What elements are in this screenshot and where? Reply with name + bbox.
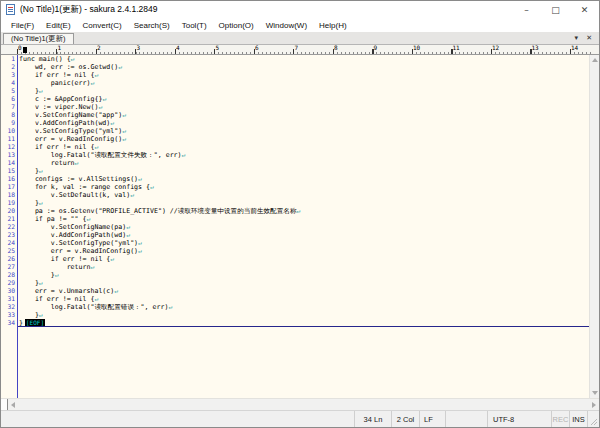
eol-mark-icon: ↵ [126,223,130,230]
eof-marker: [EOF] [25,319,45,326]
eol-mark-icon: ↵ [98,103,102,110]
code-line[interactable]: 21 if pa != "" {↵ [1,215,589,223]
status-encoding: UTF-8 [487,411,551,427]
code-text: err = v.ReadInConfig() [15,247,138,255]
code-line[interactable]: 11 err = v.ReadInConfig()↵ [1,135,589,143]
line-number: 10 [1,127,15,135]
menu-item[interactable]: File(F) [5,21,40,30]
eol-mark-icon: ↵ [39,199,43,206]
code-line[interactable]: 16 configs := v.AllSettings()↵ [1,175,589,183]
line-number: 26 [1,255,15,263]
code-text: } [15,271,55,279]
editor-area[interactable]: 1func main() {↵2 wd, err := os.Getwd()↵3… [1,55,599,398]
code-text: v.SetConfigName("app") [15,111,122,119]
line-number: 28 [1,271,15,279]
app-window: (No Title)1(更新) - sakura 2.4.1.2849 – □ … [0,0,600,428]
code-line[interactable]: 33 }↵ [1,311,589,319]
code-line[interactable]: 26 if err != nil {↵ [1,255,589,263]
window-title: (No Title)1(更新) - sakura 2.4.1.2849 [20,4,157,16]
eol-mark-icon: ↵ [122,127,126,134]
minimize-button[interactable]: – [512,1,541,18]
code-line[interactable]: 24 v.SetConfigType("yml")↵ [1,239,589,247]
vertical-scrollbar[interactable] [589,55,599,398]
code-line[interactable]: 10 v.SetConfigType("yml")↵ [1,127,589,135]
code-line[interactable]: 6 c := &AppConfig{}↵ [1,95,589,103]
code-line[interactable]: 30 err = v.Unmarshal(c)↵ [1,287,589,295]
code-line[interactable]: 17 for k, val := range configs {↵ [1,183,589,191]
code-line[interactable]: 12 if err != nil {↵ [1,143,589,151]
scroll-down-icon[interactable] [592,391,598,395]
menu-item[interactable]: Window(W) [260,21,313,30]
code-line[interactable]: 34}[EOF] [1,319,589,327]
eol-mark-icon: ↵ [94,71,98,78]
scroll-left-icon[interactable] [11,402,15,408]
line-number: 7 [1,103,15,111]
close-button[interactable]: ✕ [570,1,599,18]
tab-bar: (No Title)1(更新) ▾ ✕ [1,32,599,45]
resize-grip[interactable] [587,411,599,427]
menu-item[interactable]: Edit(E) [40,21,76,30]
code-line[interactable]: 15 }↵ [1,167,589,175]
code-line[interactable]: 3 if err != nil {↵ [1,71,589,79]
code-text: func main() { [15,55,71,63]
line-number: 34 [1,319,15,327]
eol-mark-icon: ↵ [118,63,122,70]
code-line[interactable]: 19 }↵ [1,199,589,207]
eol-mark-icon: ↵ [39,87,43,94]
title-bar: (No Title)1(更新) - sakura 2.4.1.2849 – □ … [1,1,599,18]
code-line[interactable]: 18 v.SetDefault(k, val)↵ [1,191,589,199]
ruler-number: 1 [58,45,62,51]
code-line[interactable]: 32 log.Fatal("读取配置错误：", err)↵ [1,303,589,311]
code-line[interactable]: 7 v := viper.New()↵ [1,103,589,111]
menu-item[interactable]: Option(O) [213,21,260,30]
line-number: 5 [1,87,15,95]
code-text: } [15,311,39,319]
tab-list-dropdown-icon[interactable]: ▾ [571,34,583,42]
ruler-number: 10 [413,45,420,51]
code-line[interactable]: 14 return↵ [1,159,589,167]
code-line[interactable]: 4 panic(err)↵ [1,79,589,87]
ruler-number: 7 [295,45,299,51]
line-number: 18 [1,191,15,199]
code-line[interactable]: 27 return↵ [1,263,589,271]
eol-mark-icon: ↵ [87,215,91,222]
code-line[interactable]: 20 pa := os.Getenv("PROFILE_ACTIVE") //读… [1,207,589,215]
code-line[interactable]: 28 }↵ [1,271,589,279]
ruler-number: 13 [532,45,539,51]
code-text: wd, err := os.Getwd() [15,63,118,71]
menu-item[interactable]: Help(H) [313,21,353,30]
code-line[interactable]: 1func main() {↵ [1,55,589,63]
line-number: 11 [1,135,15,143]
line-number: 3 [1,71,15,79]
code-line[interactable]: 8 v.SetConfigName("app")↵ [1,111,589,119]
tab-close-icon[interactable]: ✕ [582,34,596,42]
menu-item[interactable]: Search(S) [128,21,176,30]
code-line[interactable]: 23 v.AddConfigPath(wd)↵ [1,231,589,239]
line-number: 13 [1,151,15,159]
code-lines: 1func main() {↵2 wd, err := os.Getwd()↵3… [1,55,589,327]
code-text: v.SetConfigType("yml") [15,127,122,135]
eol-mark-icon: ↵ [110,119,114,126]
splitter-handle[interactable] [1,399,8,411]
code-line[interactable]: 13 log.Fatal("读取配置文件失败：", err)↵ [1,151,589,159]
code-text: } [15,87,39,95]
code-line[interactable]: 29 }↵ [1,279,589,287]
code-line[interactable]: 25 err = v.ReadInConfig()↵ [1,247,589,255]
code-line[interactable]: 31 if err != nil {↵ [1,295,589,303]
scroll-up-icon[interactable] [592,58,598,62]
menu-item[interactable]: Convert(C) [77,21,128,30]
code-line[interactable]: 5 }↵ [1,87,589,95]
eol-mark-icon: ↵ [150,183,154,190]
ruler-number: 6 [255,45,259,51]
code-line[interactable]: 22 v.SetConfigName(pa)↵ [1,223,589,231]
menu-item[interactable]: Tool(T) [176,21,213,30]
maximize-button[interactable]: □ [541,1,570,18]
code-line[interactable]: 9 v.AddConfigPath(wd)↵ [1,119,589,127]
code-line[interactable]: 2 wd, err := os.Getwd()↵ [1,63,589,71]
code-text: configs := v.AllSettings() [15,175,138,183]
line-number: 24 [1,239,15,247]
horizontal-scrollbar[interactable] [1,398,599,410]
scroll-right-icon[interactable] [592,402,596,408]
status-record-mode: REC [551,411,569,427]
document-tab[interactable]: (No Title)1(更新) [3,33,74,44]
